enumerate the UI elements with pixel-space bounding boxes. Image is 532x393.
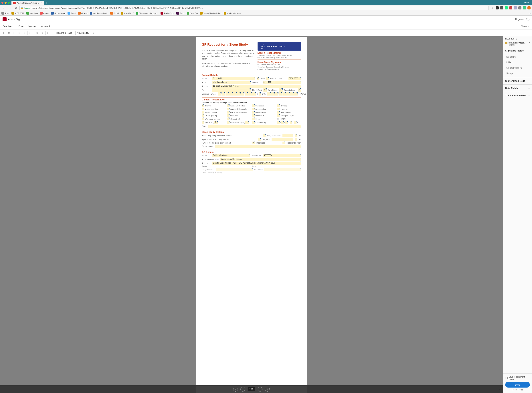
- field-medicare-digit[interactable]: [226, 92, 229, 96]
- checkbox-reason[interactable]: [277, 104, 280, 107]
- bookmark-item[interactable]: The secret of a goo…: [136, 12, 158, 15]
- tab-close-icon[interactable]: ×: [41, 1, 42, 4]
- checkbox-reason[interactable]: [202, 114, 204, 117]
- tab-account[interactable]: Account: [41, 25, 50, 27]
- field-type-stamp[interactable]: Stamp: [503, 71, 532, 76]
- align-tool[interactable]: ▭: [27, 31, 31, 35]
- reset-fields-link[interactable]: Reset Fields: [505, 389, 530, 391]
- checkbox-reason[interactable]: [202, 118, 204, 120]
- recipient-row[interactable]: risto.cvetkovic@gmail.c… (Signer) ▾: [503, 41, 532, 47]
- checkbox-reason[interactable]: [252, 111, 255, 113]
- field-treated-with[interactable]: [271, 138, 293, 141]
- close-window[interactable]: [1, 2, 4, 4]
- bookmark-item[interactable]: Meetings: [26, 12, 38, 15]
- checkbox-treatment-review[interactable]: [282, 142, 285, 144]
- bookmark-item[interactable]: SleepClinicWebsites: [200, 12, 222, 15]
- accordion-data-fields[interactable]: Data Fields ⌄: [503, 85, 532, 92]
- bookmark-star-icon[interactable]: ☆: [490, 6, 494, 10]
- relative-to-page-checkbox[interactable]: Relative to Page: [53, 32, 72, 34]
- page-up-button[interactable]: ↑: [233, 387, 238, 392]
- checkbox-friedman[interactable]: [281, 121, 284, 124]
- checkbox-reason[interactable]: [202, 108, 204, 110]
- zoom-in-button[interactable]: +: [265, 387, 270, 392]
- field-copy-report[interactable]: [216, 168, 253, 171]
- field-medicare-digit[interactable]: [233, 92, 237, 96]
- bookmark-item[interactable]: Model Websites: [224, 12, 241, 15]
- bookmark-item[interactable]: Asana: [40, 12, 49, 15]
- align-tool[interactable]: ⊞: [7, 31, 11, 35]
- field-patient-name[interactable]: John Smith: [212, 77, 256, 80]
- nav-user-menu[interactable]: Nicole ▾: [521, 25, 529, 27]
- help-icon[interactable]: ?: [526, 18, 529, 21]
- ext-icon[interactable]: [527, 6, 531, 10]
- field-medicare-digit[interactable]: [241, 92, 244, 96]
- checkbox-reason[interactable]: [277, 108, 280, 110]
- field-address[interactable]: 11 Smith St Smithville SM 1111: [212, 85, 301, 88]
- checkbox-friedman[interactable]: [277, 121, 280, 124]
- field-type-initials[interactable]: Initials: [503, 60, 532, 65]
- bookmarks-overflow[interactable]: »: [529, 12, 531, 14]
- document-canvas[interactable]: GP Request for a Sleep Study This patien…: [0, 36, 503, 393]
- field-gp-email[interactable]: risto.cvetkovic@gmail.com: [220, 158, 301, 161]
- bookmark-item[interactable]: to 08.2017: [121, 12, 133, 15]
- field-ssd-date[interactable]: [282, 134, 293, 137]
- field-mobile[interactable]: 0411 111 111: [263, 81, 301, 84]
- accordion-signer-info[interactable]: Signer Info Fields ⌄: [503, 77, 532, 84]
- back-button[interactable]: ←: [1, 6, 7, 10]
- checkbox-yes-date[interactable]: [263, 134, 266, 137]
- align-tool[interactable]: ▯: [12, 31, 16, 35]
- bookmark-item[interactable]: Portal: [110, 12, 119, 15]
- tab-dashboard[interactable]: Dashboard: [3, 25, 14, 27]
- field-dentist-name[interactable]: [215, 145, 301, 148]
- field-medicare-digit[interactable]: [245, 92, 248, 96]
- url-input[interactable]: 🔒Secure https://na1.documents.adobe.com/…: [20, 6, 489, 10]
- tab-manage[interactable]: Manage: [28, 25, 37, 27]
- field-dva-digit[interactable]: [282, 92, 286, 96]
- checkbox-friedman[interactable]: [290, 121, 292, 124]
- checkbox-reason[interactable]: [227, 118, 230, 120]
- page-indicator[interactable]: 1 / 2: [248, 387, 255, 391]
- field-type-signature[interactable]: Signature: [503, 54, 532, 60]
- field-dva-digit[interactable]: [290, 92, 294, 96]
- checkbox-reason[interactable]: [227, 111, 230, 113]
- field-urination[interactable]: [245, 121, 249, 124]
- checkbox-reason[interactable]: [227, 114, 230, 117]
- ext-icon[interactable]: [514, 6, 517, 10]
- field-dva-digit[interactable]: [267, 92, 271, 96]
- checkbox-friedman[interactable]: [294, 121, 296, 124]
- align-tool[interactable]: ▯: [2, 31, 6, 35]
- field-bmi[interactable]: 1…: [214, 121, 218, 124]
- save-to-library-checkbox[interactable]: Save to document library: [505, 376, 530, 380]
- checkbox-diagnostic[interactable]: [252, 142, 255, 144]
- checkbox-reason[interactable]: [252, 114, 255, 117]
- field-other[interactable]: [208, 125, 301, 128]
- align-tool[interactable]: ▭: [17, 31, 21, 35]
- ext-icon[interactable]: [509, 6, 512, 10]
- field-medicare-digit[interactable]: [237, 92, 241, 96]
- new-tab-button[interactable]: +: [46, 1, 48, 5]
- field-dva-digit[interactable]: [279, 92, 282, 96]
- minimize-window[interactable]: [5, 2, 7, 4]
- ext-icon[interactable]: [518, 6, 522, 10]
- bookmark-item[interactable]: Slack: [176, 12, 185, 15]
- checkbox-reason[interactable]: [252, 108, 255, 110]
- field-dva-digit[interactable]: [286, 92, 290, 96]
- ext-icon[interactable]: [496, 6, 499, 10]
- field-email[interactable]: john@gmail.com: [212, 81, 251, 84]
- bookmark-item[interactable]: Email: [68, 12, 76, 15]
- bookmark-item[interactable]: New Tab: [187, 12, 198, 15]
- close-controls-button[interactable]: ×: [499, 388, 500, 391]
- upgrade-link[interactable]: Upgrade: [515, 18, 524, 20]
- field-dva-digit[interactable]: [275, 92, 278, 96]
- field-medicare-digit[interactable]: [222, 92, 225, 96]
- checkbox-female[interactable]: [266, 77, 269, 80]
- maximize-window[interactable]: [8, 2, 10, 4]
- distribute-tool[interactable]: ⊞: [40, 31, 44, 35]
- checkbox-reason[interactable]: [252, 118, 255, 120]
- checkbox-reason[interactable]: [202, 104, 204, 107]
- distribute-tool[interactable]: ⊞: [45, 31, 49, 35]
- bookmark-item[interactable]: to 07.2017: [11, 12, 24, 15]
- bookmark-item[interactable]: cPanel: [78, 12, 88, 15]
- accordion-signature-fields[interactable]: Signature Fields ⌃: [503, 47, 532, 54]
- zoom-out-button[interactable]: −: [258, 387, 262, 392]
